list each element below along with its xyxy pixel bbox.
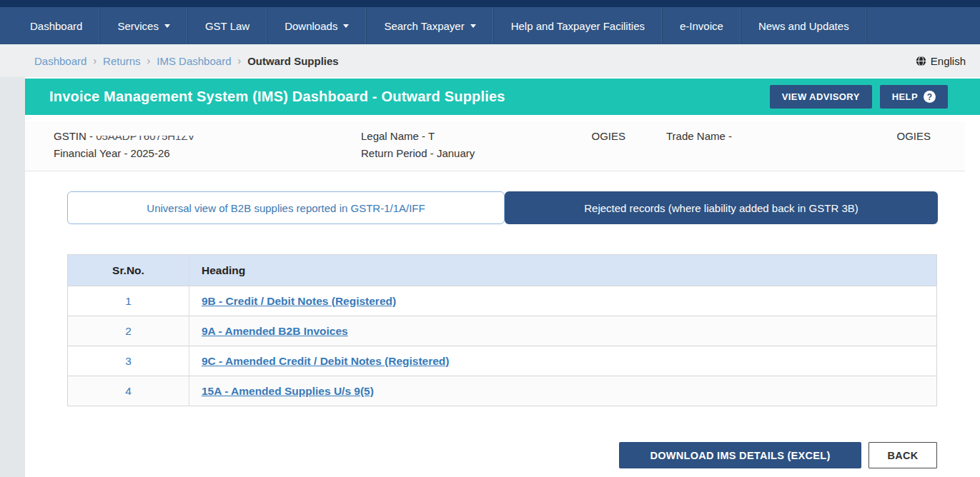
breadcrumb-separator: › (93, 55, 96, 66)
sr-no-cell: 1 (68, 286, 189, 316)
language-selector[interactable]: English (916, 55, 966, 67)
nav-item-label: GST Law (205, 20, 249, 32)
nav-item-label: News and Updates (758, 20, 849, 32)
tab-rejected-records[interactable]: Rejected records (where liability added … (505, 191, 938, 224)
caret-down-icon (343, 24, 349, 28)
page-header: Invoice Management System (IMS) Dashboar… (25, 79, 980, 115)
gst-portal-page: Dashboard Services GST Law Downloads Sea… (0, 0, 980, 477)
legal-name-prefix: Legal Name - T (361, 130, 435, 142)
main-navigation: Dashboard Services GST Law Downloads Sea… (0, 7, 980, 44)
gstin-field: GSTIN - 05AADPT6075H1ZV (54, 130, 195, 142)
nav-item-downloads[interactable]: Downloads (267, 7, 367, 44)
trade-name-field: Trade Name - OGIES (666, 130, 931, 142)
nav-item-e-invoice[interactable]: e-Invoice (663, 7, 741, 44)
breadcrumb-separator: › (237, 55, 241, 66)
ims-headings-table: Sr.No. Heading 1 9B - Credit / Debit Not… (67, 254, 937, 406)
redaction-mask (96, 129, 194, 136)
legal-name-suffix: OGIES (591, 130, 625, 142)
globe-icon (916, 56, 926, 66)
heading-cell: 9A - Amended B2B Invoices (189, 316, 937, 346)
nav-item-label: Search Taxpayer (384, 20, 464, 32)
view-advisory-button[interactable]: VIEW ADVISORY (770, 85, 872, 109)
sr-no-cell: 2 (68, 316, 189, 346)
top-strip (0, 0, 980, 7)
heading-link-9b[interactable]: 9B - Credit / Debit Notes (Registered) (202, 295, 396, 307)
gstin-label: GSTIN - (54, 130, 96, 142)
left-gutter (0, 77, 25, 477)
legal-name-field: Legal Name - TOGIES (361, 130, 625, 142)
view-advisory-label: VIEW ADVISORY (782, 91, 860, 102)
language-label: English (931, 55, 966, 67)
page-title: Invoice Management System (IMS) Dashboar… (49, 89, 505, 105)
breadcrumb-link-returns[interactable]: Returns (103, 55, 141, 67)
sr-no-cell: 3 (68, 346, 189, 376)
column-header-heading: Heading (189, 255, 937, 286)
nav-item-label: Dashboard (30, 20, 82, 32)
view-tabs: Universal view of B2B supplies reported … (67, 191, 938, 224)
tab-universal-view[interactable]: Universal view of B2B supplies reported … (67, 191, 505, 224)
table-header-row: Sr.No. Heading (68, 255, 937, 286)
question-mark-icon: ? (924, 91, 936, 103)
caret-down-icon (470, 24, 476, 28)
heading-link-9a[interactable]: 9A - Amended B2B Invoices (202, 325, 348, 337)
breadcrumb-link-dashboard[interactable]: Dashboard (34, 55, 86, 67)
taxpayer-info-section: GSTIN - 05AADPT6075H1ZV Financial Year -… (25, 121, 965, 171)
download-ims-details-button[interactable]: DOWNLOAD IMS DETAILS (EXCEL) (619, 442, 861, 468)
caret-down-icon (164, 24, 170, 28)
nav-item-news-updates[interactable]: News and Updates (741, 7, 867, 44)
table-row: 2 9A - Amended B2B Invoices (68, 316, 937, 346)
back-button[interactable]: BACK (868, 442, 937, 468)
nav-item-services[interactable]: Services (100, 7, 188, 44)
heading-cell: 15A - Amended Supplies U/s 9(5) (189, 376, 937, 406)
help-label: HELP (892, 91, 918, 102)
nav-item-gst-law[interactable]: GST Law (188, 7, 267, 44)
nav-item-dashboard[interactable]: Dashboard (13, 7, 100, 44)
nav-item-label: Help and Taxpayer Facilities (511, 20, 645, 32)
nav-item-label: Services (117, 20, 159, 32)
help-button[interactable]: HELP? (880, 85, 948, 109)
trade-name-prefix: Trade Name - (666, 130, 732, 142)
breadcrumb-link-ims-dashboard[interactable]: IMS Dashboard (157, 55, 231, 67)
trade-name-suffix: OGIES (896, 130, 931, 142)
sr-no-cell: 4 (68, 376, 189, 406)
nav-item-label: e-Invoice (680, 20, 723, 32)
heading-link-15a[interactable]: 15A - Amended Supplies U/s 9(5) (202, 385, 374, 397)
financial-year-field: Financial Year - 2025-26 (54, 147, 170, 159)
table-row: 4 15A - Amended Supplies U/s 9(5) (68, 376, 937, 406)
nav-item-search-taxpayer[interactable]: Search Taxpayer (367, 7, 493, 44)
header-buttons: VIEW ADVISORY HELP? (770, 85, 948, 109)
column-header-sr-no: Sr.No. (68, 255, 189, 286)
table-row: 3 9C - Amended Credit / Debit Notes (Reg… (68, 346, 937, 376)
breadcrumb-current: Outward Supplies (247, 55, 339, 67)
nav-item-label: Downloads (284, 20, 337, 32)
table-row: 1 9B - Credit / Debit Notes (Registered) (68, 286, 937, 316)
breadcrumb-separator: › (147, 55, 151, 66)
breadcrumb: Dashboard › Returns › IMS Dashboard › Ou… (0, 44, 980, 77)
gstin-value-masked: 05AADPT6075H1ZV (96, 130, 194, 142)
heading-cell: 9C - Amended Credit / Debit Notes (Regis… (189, 346, 937, 376)
heading-link-9c[interactable]: 9C - Amended Credit / Debit Notes (Regis… (202, 355, 450, 367)
return-period-field: Return Period - January (361, 147, 475, 159)
heading-cell: 9B - Credit / Debit Notes (Registered) (189, 286, 937, 316)
nav-item-help-taxpayer-facilities[interactable]: Help and Taxpayer Facilities (494, 7, 663, 44)
